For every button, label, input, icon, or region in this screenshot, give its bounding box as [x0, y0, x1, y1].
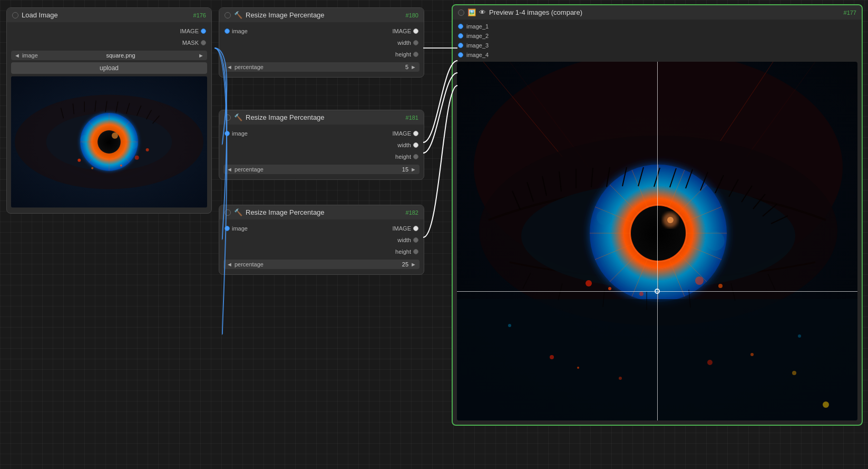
- output-image-label-180: IMAGE: [393, 28, 411, 34]
- preview-image-canvas: [457, 62, 857, 420]
- input-label-image1: image_1: [466, 23, 489, 30]
- node-id-resize-181: #181: [406, 114, 418, 121]
- svg-point-73: [706, 232, 725, 251]
- node-body-resize-181: image IMAGE width height ◄ percentage 15…: [219, 125, 424, 179]
- slider-value-182: 25: [398, 261, 408, 267]
- svg-point-52: [639, 292, 643, 296]
- preview-title: Preview 1-4 images (compare): [489, 8, 582, 16]
- preview-img-icon: 🖼️: [467, 8, 476, 16]
- input-image-row-180: image IMAGE: [219, 25, 424, 37]
- node-toggle-resize-181[interactable]: [225, 114, 231, 121]
- slider-arrow-left-182[interactable]: ◄: [227, 261, 232, 267]
- output-height-dot-182[interactable]: [413, 249, 418, 254]
- file-selector-label: image: [22, 52, 43, 59]
- output-image-dot-181[interactable]: [413, 131, 418, 136]
- slider-value-181: 15: [398, 166, 408, 173]
- node-toggle-load-image[interactable]: [12, 12, 18, 18]
- output-image-label-182: IMAGE: [393, 225, 411, 232]
- node-id-preview: #177: [844, 9, 856, 16]
- output-height-label-182: height: [395, 248, 411, 255]
- preview-out-image1: image_1: [453, 22, 862, 31]
- preview-out-image2: image_2: [453, 31, 862, 41]
- input-image-dot-182[interactable]: [225, 226, 230, 231]
- node-id-resize-180: #180: [406, 12, 418, 18]
- slider-label-182: percentage: [235, 261, 396, 267]
- input-dot-image3[interactable]: [458, 43, 463, 48]
- output-image-dot[interactable]: [201, 28, 206, 34]
- node-title-load-image: Load Image: [22, 11, 58, 19]
- output-width-row-182: width: [219, 234, 424, 246]
- svg-point-51: [718, 284, 723, 288]
- slider-arrow-right-180[interactable]: ►: [411, 64, 416, 70]
- wrench-icon-182: 🔨: [234, 208, 242, 216]
- output-width-label-181: width: [397, 142, 411, 148]
- svg-point-47: [667, 217, 674, 223]
- resize-node-181: 🔨 Resize Image Percentage #181 image IMA…: [219, 110, 424, 180]
- preview-eye-icon: 👁: [479, 8, 486, 16]
- preview-out-image3: image_3: [453, 41, 862, 50]
- file-name-value: square.png: [45, 52, 196, 59]
- input-image-dot-180[interactable]: [225, 28, 230, 34]
- percentage-slider-182[interactable]: ◄ percentage 25 ►: [223, 260, 420, 269]
- input-image-label-181: image: [232, 130, 248, 137]
- svg-point-49: [608, 287, 611, 290]
- svg-point-20: [77, 159, 81, 162]
- output-mask-row: MASK: [7, 37, 211, 49]
- input-image-dot-181[interactable]: [225, 131, 230, 136]
- input-dot-image2[interactable]: [458, 33, 463, 39]
- slider-label-181: percentage: [235, 166, 396, 173]
- node-id-load-image: #176: [193, 12, 206, 18]
- file-arrow-left[interactable]: ◄: [14, 52, 20, 59]
- input-label-image3: image_3: [466, 42, 489, 49]
- node-header-resize-180: 🔨 Resize Image Percentage #180: [219, 8, 424, 22]
- output-width-dot-180[interactable]: [413, 40, 418, 45]
- svg-point-86: [750, 353, 754, 356]
- output-width-row-181: width: [219, 139, 424, 151]
- svg-point-89: [508, 324, 511, 327]
- file-arrow-right[interactable]: ►: [198, 52, 204, 59]
- node-header-load-image: Load Image #176: [7, 8, 211, 22]
- slider-arrow-left-180[interactable]: ◄: [227, 64, 232, 70]
- node-title-resize-182: Resize Image Percentage: [246, 208, 325, 216]
- upload-button[interactable]: upload: [11, 62, 207, 74]
- resize-node-182: 🔨 Resize Image Percentage #182 image IMA…: [219, 205, 424, 275]
- output-height-row-182: height: [219, 246, 424, 257]
- preview-eye-svg: [457, 62, 857, 420]
- node-toggle-resize-182[interactable]: [225, 209, 231, 216]
- output-height-dot-181[interactable]: [413, 154, 418, 159]
- file-selector[interactable]: ◄ image square.png ►: [11, 51, 207, 60]
- output-width-dot-181[interactable]: [413, 142, 418, 148]
- output-image-dot-182[interactable]: [413, 226, 418, 231]
- slider-label-180: percentage: [235, 64, 396, 70]
- percentage-slider-181[interactable]: ◄ percentage 15 ►: [223, 165, 420, 174]
- load-image-node: Load Image #176 IMAGE MASK ◄ image squar…: [6, 7, 212, 214]
- svg-point-23: [120, 165, 122, 167]
- wrench-icon-181: 🔨: [234, 113, 242, 121]
- eye-thumbnail-svg: [11, 76, 207, 208]
- svg-point-26: [130, 140, 138, 149]
- output-mask-dot[interactable]: [201, 40, 206, 45]
- svg-point-25: [80, 135, 89, 143]
- svg-point-9: [112, 132, 118, 139]
- slider-arrow-left-181[interactable]: ◄: [227, 166, 232, 173]
- percentage-slider-180[interactable]: ◄ percentage 5 ►: [223, 62, 420, 72]
- output-width-dot-182[interactable]: [413, 237, 418, 243]
- output-height-dot-180[interactable]: [413, 52, 418, 57]
- node-toggle-preview[interactable]: [458, 9, 464, 16]
- svg-point-85: [707, 360, 713, 365]
- svg-point-44: [631, 206, 686, 261]
- svg-point-84: [619, 377, 622, 380]
- input-dot-image4[interactable]: [458, 52, 463, 58]
- input-image-label-180: image: [232, 28, 248, 34]
- output-width-label-180: width: [397, 40, 411, 46]
- output-image-label: IMAGE: [180, 28, 199, 34]
- wrench-icon-180: 🔨: [234, 11, 242, 19]
- slider-arrow-right-181[interactable]: ►: [411, 166, 416, 173]
- svg-point-90: [798, 334, 801, 338]
- input-dot-image1[interactable]: [458, 24, 463, 29]
- output-image-dot-180[interactable]: [413, 28, 418, 34]
- node-toggle-resize-180[interactable]: [225, 12, 231, 18]
- node-body-resize-180: image IMAGE width height ◄ percentage 5 …: [219, 22, 424, 77]
- svg-point-88: [823, 401, 829, 408]
- slider-arrow-right-182[interactable]: ►: [411, 261, 416, 267]
